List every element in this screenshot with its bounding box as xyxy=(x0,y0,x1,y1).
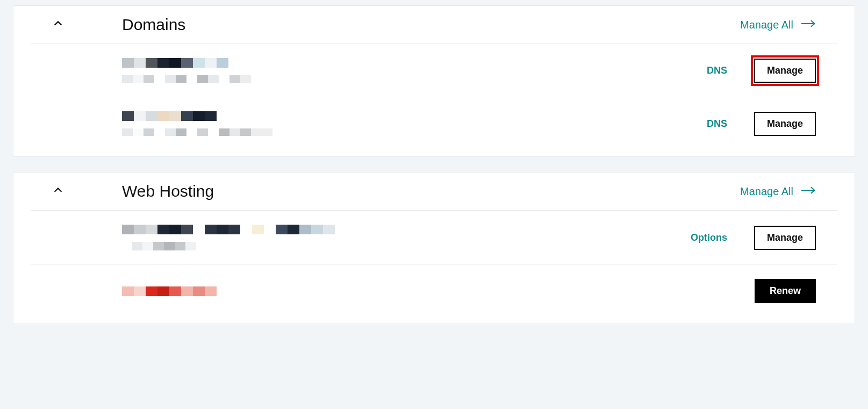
domains-header: Domains Manage All xyxy=(31,6,837,44)
manage-all-hosting-label: Manage All xyxy=(740,185,793,198)
redacted-hosting-expired xyxy=(122,286,755,296)
domain-row-actions: DNS Manage xyxy=(707,59,816,83)
chevron-up-icon xyxy=(52,18,64,32)
redacted-domain-name xyxy=(122,58,707,68)
dns-link[interactable]: DNS xyxy=(707,118,727,130)
domain-row: DNS Manage xyxy=(31,97,837,150)
renew-button[interactable]: Renew xyxy=(755,279,816,303)
hosting-row: Renew xyxy=(31,265,837,317)
section-title-domains: Domains xyxy=(84,16,740,34)
hosting-row-actions: Renew xyxy=(755,279,816,303)
redacted-domain-meta xyxy=(122,128,707,136)
domain-row-actions: DNS Manage xyxy=(707,112,816,136)
manage-hosting-button[interactable]: Manage xyxy=(754,226,816,250)
web-hosting-panel: Web Hosting Manage All Options Manage xyxy=(13,172,855,324)
collapse-toggle-domains[interactable] xyxy=(52,18,84,32)
web-hosting-header: Web Hosting Manage All xyxy=(31,173,837,211)
chevron-up-icon xyxy=(52,184,64,198)
hosting-row: Options Manage xyxy=(31,211,837,265)
hosting-info xyxy=(52,225,691,250)
hosting-row-actions: Options Manage xyxy=(691,226,816,250)
redacted-hosting-name xyxy=(122,225,691,234)
manage-all-hosting-link[interactable]: Manage All xyxy=(740,185,816,198)
domain-info xyxy=(52,111,707,136)
domains-panel: Domains Manage All DNS Manage xyxy=(13,5,855,157)
domain-info xyxy=(52,58,707,83)
redacted-domain-name xyxy=(122,111,707,121)
manage-domain-button[interactable]: Manage xyxy=(754,59,816,83)
domain-row: DNS Manage xyxy=(31,44,837,97)
hosting-info xyxy=(52,286,755,296)
collapse-toggle-hosting[interactable] xyxy=(52,184,84,198)
dns-link[interactable]: DNS xyxy=(707,65,727,76)
manage-all-domains-link[interactable]: Manage All xyxy=(740,19,816,31)
manage-domain-button[interactable]: Manage xyxy=(754,112,816,136)
section-title-hosting: Web Hosting xyxy=(84,182,740,200)
redacted-domain-meta xyxy=(122,75,707,83)
redacted-hosting-meta xyxy=(122,242,691,250)
arrow-right-icon xyxy=(801,19,816,31)
options-link[interactable]: Options xyxy=(691,232,727,243)
manage-all-domains-label: Manage All xyxy=(740,19,793,31)
arrow-right-icon xyxy=(801,185,816,198)
